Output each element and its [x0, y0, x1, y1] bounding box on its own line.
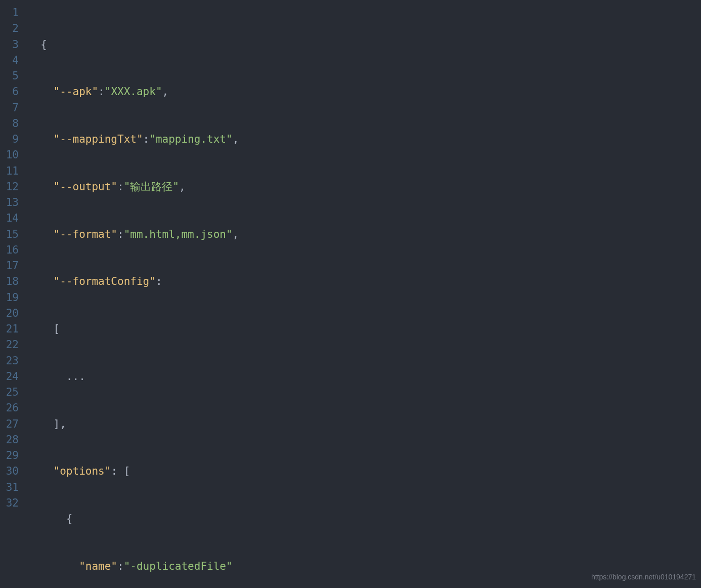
code-line: "--mappingTxt":"mapping.txt",	[28, 132, 701, 147]
code-line: "--formatConfig":	[28, 274, 701, 289]
line-number: 26	[0, 400, 19, 416]
line-number: 30	[0, 464, 19, 479]
ellipsis: ...	[66, 370, 85, 383]
colon: :	[156, 275, 162, 287]
watermark-text: https://blog.csdn.net/u010194271	[591, 569, 696, 585]
line-number: 18	[0, 274, 19, 289]
json-string: "输出路径"	[124, 181, 179, 193]
line-number: 13	[0, 195, 19, 211]
comma: ,	[233, 228, 239, 240]
brace-open: {	[66, 513, 73, 525]
json-key: "--mappingTxt"	[54, 133, 143, 145]
json-key: "--output"	[54, 181, 117, 193]
line-number: 1	[0, 5, 19, 21]
bracket-close: ],	[54, 418, 66, 430]
line-number: 2	[0, 21, 19, 36]
line-number: 27	[0, 416, 19, 432]
line-number: 12	[0, 179, 19, 195]
colon: :	[143, 133, 150, 145]
json-string: "mapping.txt"	[149, 133, 232, 145]
code-line: ...	[28, 369, 701, 385]
line-number: 19	[0, 290, 19, 306]
line-number: 20	[0, 306, 19, 321]
line-number: 25	[0, 385, 19, 400]
line-number: 23	[0, 353, 19, 369]
line-number: 11	[0, 163, 19, 179]
code-line: "--apk":"XXX.apk",	[28, 84, 701, 100]
line-number: 14	[0, 211, 19, 226]
line-number: 6	[0, 84, 19, 100]
colon: :	[117, 181, 124, 193]
code-line: [	[28, 321, 701, 337]
bracket-open: [	[54, 323, 60, 335]
json-key: "--apk"	[54, 86, 99, 98]
line-number: 10	[0, 147, 19, 163]
json-string: "-duplicatedFile"	[124, 560, 233, 572]
code-line: "--format":"mm.html,mm.json",	[28, 227, 701, 242]
code-line: "--output":"输出路径",	[28, 179, 701, 195]
json-key: "--format"	[54, 228, 117, 240]
code-area[interactable]: { "--apk":"XXX.apk", "--mappingTxt":"map…	[28, 0, 701, 588]
code-editor: 1 2 3 4 5 6 7 8 9 10 11 12 13 14 15 16 1…	[0, 0, 701, 588]
brace-open: {	[40, 38, 47, 51]
line-number: 16	[0, 242, 19, 258]
comma: ,	[162, 86, 169, 98]
line-number: 32	[0, 495, 19, 511]
colon: :	[117, 560, 124, 572]
json-string: "XXX.apk"	[105, 86, 162, 98]
line-number: 3	[0, 37, 19, 53]
code-line: "options": [	[28, 464, 701, 479]
code-line: {	[28, 37, 701, 53]
line-number: 31	[0, 480, 19, 495]
colon: :	[117, 228, 124, 240]
json-key: "options"	[54, 465, 111, 477]
line-number: 21	[0, 321, 19, 337]
line-number-gutter: 1 2 3 4 5 6 7 8 9 10 11 12 13 14 15 16 1…	[0, 0, 28, 588]
line-number: 8	[0, 116, 19, 132]
line-number: 4	[0, 53, 19, 68]
line-number: 7	[0, 100, 19, 116]
line-number: 28	[0, 432, 19, 448]
line-number: 29	[0, 448, 19, 464]
line-number: 5	[0, 68, 19, 84]
colon-bracket: : [	[111, 465, 130, 477]
comma: ,	[179, 181, 186, 193]
json-key: "name"	[79, 560, 117, 572]
line-number: 24	[0, 369, 19, 385]
code-line: {	[28, 511, 701, 527]
line-number: 17	[0, 258, 19, 274]
code-line: ],	[28, 416, 701, 432]
colon: :	[98, 86, 105, 98]
line-number: 22	[0, 337, 19, 353]
comma: ,	[233, 133, 239, 145]
json-key: "--formatConfig"	[54, 275, 156, 287]
line-number: 9	[0, 132, 19, 147]
json-string: "mm.html,mm.json"	[124, 228, 233, 240]
line-number: 15	[0, 227, 19, 242]
